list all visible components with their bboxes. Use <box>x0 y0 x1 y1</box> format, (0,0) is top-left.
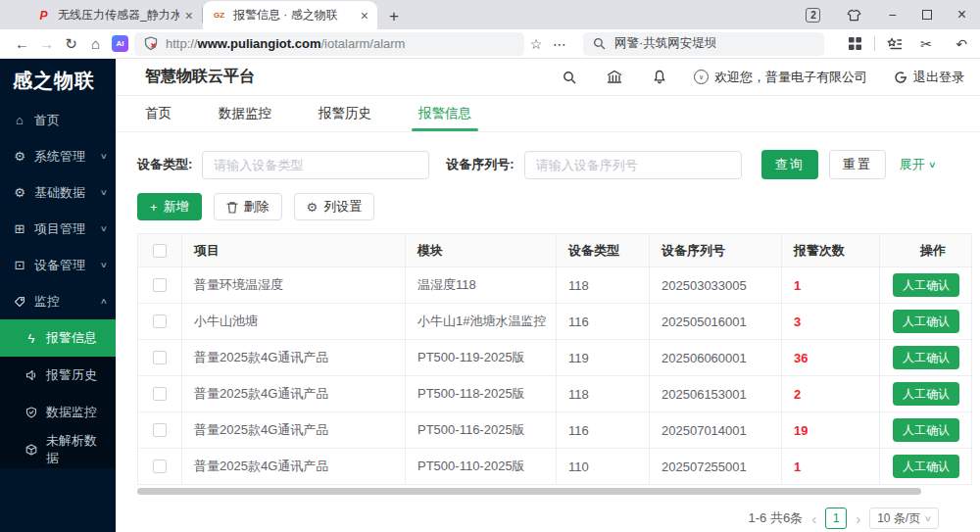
tab-close-icon[interactable]: × <box>185 8 193 24</box>
logout-button[interactable]: 退出登录 <box>894 69 964 86</box>
main-panel: 智慧物联云平台 ∨ 欢迎您，普量电子有限公司 <box>116 59 980 532</box>
tab-title: 报警信息 · 感之物联 <box>233 7 355 24</box>
gear-icon: ⚙ <box>307 200 318 215</box>
sidebar-item-system[interactable]: ⚙ 系统管理 ∨ <box>0 138 116 174</box>
delete-button[interactable]: 删除 <box>214 193 282 220</box>
bookmark-star-icon[interactable]: ☆ <box>524 36 548 52</box>
tab-alarm-history[interactable]: 报警历史 <box>318 96 371 131</box>
window-controls: 2 − × <box>806 0 980 29</box>
cell-device-type: 118 <box>557 267 650 304</box>
next-page-icon[interactable]: › <box>856 510 860 527</box>
row-checkbox[interactable] <box>153 314 167 328</box>
browser-tab-active[interactable]: GZ 报警信息 · 感之物联 × <box>203 1 377 29</box>
browser-tab-inactive[interactable]: P 无线压力传感器_静力水准仪_ × <box>27 1 202 29</box>
new-tab-button[interactable]: + <box>389 8 399 24</box>
row-checkbox[interactable] <box>153 423 167 437</box>
user-menu[interactable]: ∨ 欢迎您，普量电子有限公司 <box>694 69 867 86</box>
bell-icon[interactable] <box>653 70 666 84</box>
browser-tools: ✂ ↶ ≡ <box>836 36 980 52</box>
header-actions: ∨ 欢迎您，普量电子有限公司 退出登录 <box>532 69 964 86</box>
reload-icon[interactable]: ↻ <box>59 35 83 53</box>
search-hotword: 网警·共筑网安堤坝 <box>614 35 716 52</box>
sidebar-item-project[interactable]: ⊞ 项目管理 ∨ <box>0 211 116 247</box>
manual-confirm-button[interactable]: 人工确认 <box>893 273 959 297</box>
tab-count-badge[interactable]: 2 <box>806 8 820 23</box>
table-body: 普量环境温湿度 温湿度118 118 202503033005 1 人工确认 小… <box>138 267 971 485</box>
gear-icon: ⚙ <box>13 149 26 164</box>
more-options-icon[interactable]: ⋯ <box>548 36 571 52</box>
home-icon: ⌂ <box>13 113 26 127</box>
close-window-button[interactable]: × <box>957 6 966 24</box>
manual-confirm-button[interactable]: 人工确认 <box>893 346 959 369</box>
sidebar-item-unparsed-data[interactable]: 未解析数据 <box>0 431 116 468</box>
prev-page-icon[interactable]: ‹ <box>811 510 816 527</box>
serial-input[interactable] <box>524 151 742 179</box>
gear-icon: ⚙ <box>13 185 26 200</box>
insecure-shield-icon[interactable] <box>144 36 158 51</box>
cell-alarm-count: 1 <box>782 267 880 304</box>
expand-link[interactable]: 展开 ∨ <box>900 156 936 173</box>
serial-label: 设备序列号: <box>446 156 514 173</box>
screenshot-scissors-icon[interactable]: ✂ <box>914 36 938 52</box>
column-settings-button[interactable]: ⚙ 列设置 <box>294 193 375 220</box>
chevron-down-icon: ∨ <box>100 261 108 269</box>
url-bar[interactable]: http://www.puliangiot.com/iotalarm/alarm <box>134 32 524 56</box>
manual-confirm-button[interactable]: 人工确认 <box>893 382 959 406</box>
tab-alarm-info[interactable]: 报警信息 <box>418 96 471 131</box>
sidebar-item-basedata[interactable]: ⚙ 基础数据 ∨ <box>0 174 116 211</box>
cell-alarm-count: 36 <box>782 340 880 376</box>
browser-search-box[interactable]: 网警·共筑网安堤坝 <box>583 32 824 56</box>
undo-icon[interactable]: ↶ <box>950 36 973 52</box>
chevron-down-icon: ∨ <box>100 188 108 197</box>
sidebar-item-home[interactable]: ⌂ 首页 <box>0 102 116 138</box>
cell-device-type: 110 <box>557 449 650 485</box>
search-icon[interactable] <box>563 71 576 84</box>
device-type-input[interactable] <box>202 151 429 179</box>
table-header: 项目 模块 设备类型 设备序列号 报警次数 操作 <box>138 234 971 267</box>
pagination: 1-6 共6条 ‹ 1 › 10 条/页 ∨ <box>116 495 980 529</box>
tab-close-icon[interactable]: × <box>361 8 368 24</box>
back-icon[interactable]: ← <box>10 35 34 52</box>
reset-button[interactable]: 重置 <box>829 150 886 179</box>
sidebar-item-device[interactable]: ⊡ 设备管理 ∨ <box>0 247 116 283</box>
tab-data-monitor[interactable]: 数据监控 <box>219 96 271 131</box>
page-size-select[interactable]: 10 条/页 ∨ <box>869 508 939 529</box>
cell-module: PT500-118-2025版 <box>406 376 557 412</box>
home-icon[interactable]: ⌂ <box>83 35 108 52</box>
favorites-list-icon[interactable] <box>887 37 903 51</box>
table-row: 普量环境温湿度 温湿度118 118 202503033005 1 人工确认 <box>138 267 971 304</box>
ai-assistant-icon[interactable]: AI <box>112 35 128 52</box>
chevron-up-icon: ∧ <box>100 297 108 306</box>
scrollbar-thumb[interactable] <box>137 488 921 495</box>
organization-icon[interactable] <box>607 70 622 84</box>
row-checkbox[interactable] <box>153 351 167 364</box>
sidebar-item-alarm-info[interactable]: ϟ 报警信息 <box>0 319 116 357</box>
browser-titlebar: P 无线压力传感器_静力水准仪_ × GZ 报警信息 · 感之物联 × + 2 … <box>0 0 980 29</box>
row-checkbox[interactable] <box>153 387 167 401</box>
search-button[interactable]: 查询 <box>761 150 818 179</box>
sidebar-item-alarm-history[interactable]: 报警历史 <box>0 357 116 394</box>
tab-home[interactable]: 首页 <box>145 96 172 131</box>
sidebar: 感之物联 ⌂ 首页 ⚙ 系统管理 ∨ ⚙ 基础数据 ∨ ⊞ 项目管理 ∨ ⊡ <box>0 59 116 532</box>
forward-icon[interactable]: → <box>34 35 59 52</box>
manual-confirm-button[interactable]: 人工确认 <box>893 455 959 478</box>
minimize-button[interactable]: − <box>888 7 896 23</box>
filter-bar: 设备类型: 设备序列号: 查询 重置 展开 ∨ <box>116 132 980 179</box>
user-chevron-icon: ∨ <box>694 70 709 84</box>
maximize-button[interactable] <box>922 10 932 20</box>
row-checkbox[interactable] <box>153 459 167 473</box>
manual-confirm-button[interactable]: 人工确认 <box>893 310 959 333</box>
speed-dial-icon[interactable] <box>848 36 862 51</box>
cell-alarm-count: 19 <box>782 412 880 449</box>
manual-confirm-button[interactable]: 人工确认 <box>893 418 959 442</box>
select-all-checkbox[interactable] <box>153 244 167 258</box>
sidebar-item-monitor[interactable]: 监控 ∧ <box>0 283 116 319</box>
theme-skin-icon[interactable] <box>846 9 862 22</box>
row-checkbox[interactable] <box>153 278 167 292</box>
sidebar-item-data-monitor[interactable]: 数据监控 <box>0 394 116 431</box>
device-type-label: 设备类型: <box>137 156 192 173</box>
add-button[interactable]: + 新增 <box>137 193 202 220</box>
search-icon <box>593 37 606 50</box>
page-number[interactable]: 1 <box>825 508 847 529</box>
horizontal-scrollbar[interactable] <box>137 488 921 495</box>
